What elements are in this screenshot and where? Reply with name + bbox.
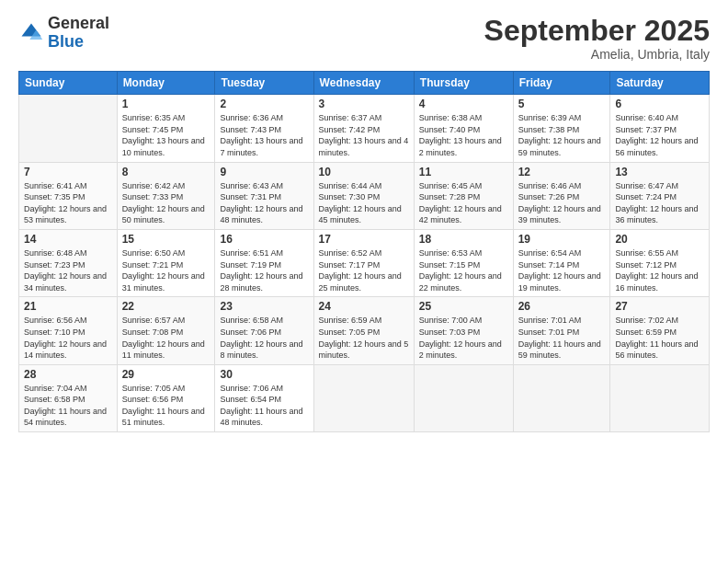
day-number: 21 bbox=[24, 300, 112, 313]
day-info: Sunrise: 7:06 AM Sunset: 6:54 PM Dayligh… bbox=[220, 383, 308, 429]
calendar-cell: 20Sunrise: 6:55 AM Sunset: 7:12 PM Dayli… bbox=[610, 229, 710, 296]
day-number: 30 bbox=[220, 368, 308, 381]
day-info: Sunrise: 6:38 AM Sunset: 7:40 PM Dayligh… bbox=[419, 112, 508, 158]
day-number: 5 bbox=[518, 98, 606, 110]
day-number: 26 bbox=[518, 300, 606, 313]
day-number: 14 bbox=[24, 233, 112, 246]
calendar-week-5: 28Sunrise: 7:04 AM Sunset: 6:58 PM Dayli… bbox=[19, 364, 710, 431]
day-info: Sunrise: 6:45 AM Sunset: 7:28 PM Dayligh… bbox=[419, 180, 508, 226]
calendar-cell: 13Sunrise: 6:47 AM Sunset: 7:24 PM Dayli… bbox=[610, 162, 710, 229]
day-number: 12 bbox=[518, 166, 606, 178]
calendar-cell: 24Sunrise: 6:59 AM Sunset: 7:05 PM Dayli… bbox=[313, 297, 414, 364]
calendar-header-row: Sunday Monday Tuesday Wednesday Thursday… bbox=[19, 72, 710, 95]
calendar-week-1: 1Sunrise: 6:35 AM Sunset: 7:45 PM Daylig… bbox=[19, 95, 710, 162]
col-thursday: Thursday bbox=[414, 72, 513, 95]
logo-text: General Blue bbox=[48, 15, 109, 52]
col-saturday: Saturday bbox=[610, 72, 710, 95]
calendar-cell: 26Sunrise: 7:01 AM Sunset: 7:01 PM Dayli… bbox=[513, 297, 610, 364]
calendar-cell: 1Sunrise: 6:35 AM Sunset: 7:45 PM Daylig… bbox=[117, 95, 215, 162]
calendar-cell: 27Sunrise: 7:02 AM Sunset: 6:59 PM Dayli… bbox=[610, 297, 710, 364]
day-info: Sunrise: 6:52 AM Sunset: 7:17 PM Dayligh… bbox=[319, 247, 409, 293]
calendar-cell: 10Sunrise: 6:44 AM Sunset: 7:30 PM Dayli… bbox=[313, 162, 414, 229]
calendar-cell bbox=[513, 364, 610, 431]
day-info: Sunrise: 6:54 AM Sunset: 7:14 PM Dayligh… bbox=[518, 247, 606, 293]
calendar-week-3: 14Sunrise: 6:48 AM Sunset: 7:23 PM Dayli… bbox=[19, 229, 710, 296]
calendar-cell: 23Sunrise: 6:58 AM Sunset: 7:06 PM Dayli… bbox=[215, 297, 313, 364]
day-info: Sunrise: 6:57 AM Sunset: 7:08 PM Dayligh… bbox=[122, 315, 210, 361]
day-number: 2 bbox=[220, 98, 308, 110]
calendar-cell: 2Sunrise: 6:36 AM Sunset: 7:43 PM Daylig… bbox=[215, 95, 313, 162]
day-info: Sunrise: 6:36 AM Sunset: 7:43 PM Dayligh… bbox=[220, 112, 308, 158]
day-number: 27 bbox=[615, 300, 704, 313]
title-area: September 2025 Amelia, Umbria, Italy bbox=[484, 15, 710, 62]
calendar-cell: 3Sunrise: 6:37 AM Sunset: 7:42 PM Daylig… bbox=[313, 95, 414, 162]
day-info: Sunrise: 7:05 AM Sunset: 6:56 PM Dayligh… bbox=[122, 383, 210, 429]
logo: General Blue bbox=[18, 15, 109, 52]
day-number: 15 bbox=[122, 233, 210, 246]
day-info: Sunrise: 6:40 AM Sunset: 7:37 PM Dayligh… bbox=[615, 112, 704, 158]
col-sunday: Sunday bbox=[19, 72, 118, 95]
location: Amelia, Umbria, Italy bbox=[484, 47, 710, 62]
calendar-cell: 8Sunrise: 6:42 AM Sunset: 7:33 PM Daylig… bbox=[117, 162, 215, 229]
day-info: Sunrise: 6:46 AM Sunset: 7:26 PM Dayligh… bbox=[518, 180, 606, 226]
calendar-cell: 14Sunrise: 6:48 AM Sunset: 7:23 PM Dayli… bbox=[19, 229, 118, 296]
day-number: 11 bbox=[419, 166, 508, 178]
day-number: 19 bbox=[518, 233, 606, 246]
day-info: Sunrise: 6:51 AM Sunset: 7:19 PM Dayligh… bbox=[220, 247, 308, 293]
day-number: 7 bbox=[24, 166, 112, 178]
calendar-cell: 7Sunrise: 6:41 AM Sunset: 7:35 PM Daylig… bbox=[19, 162, 118, 229]
day-info: Sunrise: 7:04 AM Sunset: 6:58 PM Dayligh… bbox=[24, 383, 112, 429]
calendar-cell: 22Sunrise: 6:57 AM Sunset: 7:08 PM Dayli… bbox=[117, 297, 215, 364]
day-number: 16 bbox=[220, 233, 308, 246]
day-number: 10 bbox=[319, 166, 409, 178]
day-info: Sunrise: 6:53 AM Sunset: 7:15 PM Dayligh… bbox=[419, 247, 508, 293]
day-number: 23 bbox=[220, 300, 308, 313]
day-number: 6 bbox=[615, 98, 704, 110]
col-wednesday: Wednesday bbox=[313, 72, 414, 95]
logo-icon bbox=[18, 20, 44, 46]
col-tuesday: Tuesday bbox=[215, 72, 313, 95]
day-number: 1 bbox=[122, 98, 210, 110]
header: General Blue September 2025 Amelia, Umbr… bbox=[18, 15, 710, 62]
day-info: Sunrise: 6:41 AM Sunset: 7:35 PM Dayligh… bbox=[24, 180, 112, 226]
day-info: Sunrise: 6:42 AM Sunset: 7:33 PM Dayligh… bbox=[122, 180, 210, 226]
calendar-cell bbox=[610, 364, 710, 431]
day-info: Sunrise: 6:47 AM Sunset: 7:24 PM Dayligh… bbox=[615, 180, 704, 226]
day-number: 17 bbox=[319, 233, 409, 246]
day-info: Sunrise: 6:39 AM Sunset: 7:38 PM Dayligh… bbox=[518, 112, 606, 158]
col-friday: Friday bbox=[513, 72, 610, 95]
day-info: Sunrise: 6:59 AM Sunset: 7:05 PM Dayligh… bbox=[319, 315, 409, 361]
day-info: Sunrise: 6:58 AM Sunset: 7:06 PM Dayligh… bbox=[220, 315, 308, 361]
day-info: Sunrise: 6:50 AM Sunset: 7:21 PM Dayligh… bbox=[122, 247, 210, 293]
day-info: Sunrise: 7:01 AM Sunset: 7:01 PM Dayligh… bbox=[518, 315, 606, 361]
day-info: Sunrise: 6:35 AM Sunset: 7:45 PM Dayligh… bbox=[122, 112, 210, 158]
calendar-cell: 15Sunrise: 6:50 AM Sunset: 7:21 PM Dayli… bbox=[117, 229, 215, 296]
calendar-table: Sunday Monday Tuesday Wednesday Thursday… bbox=[18, 71, 710, 432]
calendar-cell: 5Sunrise: 6:39 AM Sunset: 7:38 PM Daylig… bbox=[513, 95, 610, 162]
calendar-week-4: 21Sunrise: 6:56 AM Sunset: 7:10 PM Dayli… bbox=[19, 297, 710, 364]
col-monday: Monday bbox=[117, 72, 215, 95]
day-number: 3 bbox=[319, 98, 409, 110]
calendar-cell: 18Sunrise: 6:53 AM Sunset: 7:15 PM Dayli… bbox=[414, 229, 513, 296]
day-number: 13 bbox=[615, 166, 704, 178]
month-title: September 2025 bbox=[484, 15, 710, 47]
calendar-cell: 30Sunrise: 7:06 AM Sunset: 6:54 PM Dayli… bbox=[215, 364, 313, 431]
calendar-cell bbox=[414, 364, 513, 431]
calendar-cell: 29Sunrise: 7:05 AM Sunset: 6:56 PM Dayli… bbox=[117, 364, 215, 431]
calendar-cell: 11Sunrise: 6:45 AM Sunset: 7:28 PM Dayli… bbox=[414, 162, 513, 229]
day-info: Sunrise: 6:37 AM Sunset: 7:42 PM Dayligh… bbox=[319, 112, 409, 158]
day-info: Sunrise: 6:44 AM Sunset: 7:30 PM Dayligh… bbox=[319, 180, 409, 226]
day-number: 18 bbox=[419, 233, 508, 246]
day-number: 4 bbox=[419, 98, 508, 110]
calendar-cell: 25Sunrise: 7:00 AM Sunset: 7:03 PM Dayli… bbox=[414, 297, 513, 364]
calendar-cell: 19Sunrise: 6:54 AM Sunset: 7:14 PM Dayli… bbox=[513, 229, 610, 296]
day-number: 25 bbox=[419, 300, 508, 313]
day-number: 20 bbox=[615, 233, 704, 246]
calendar-cell bbox=[19, 95, 118, 162]
calendar-cell: 17Sunrise: 6:52 AM Sunset: 7:17 PM Dayli… bbox=[313, 229, 414, 296]
calendar-cell: 4Sunrise: 6:38 AM Sunset: 7:40 PM Daylig… bbox=[414, 95, 513, 162]
day-info: Sunrise: 7:00 AM Sunset: 7:03 PM Dayligh… bbox=[419, 315, 508, 361]
day-info: Sunrise: 7:02 AM Sunset: 6:59 PM Dayligh… bbox=[615, 315, 704, 361]
calendar-week-2: 7Sunrise: 6:41 AM Sunset: 7:35 PM Daylig… bbox=[19, 162, 710, 229]
calendar-cell: 21Sunrise: 6:56 AM Sunset: 7:10 PM Dayli… bbox=[19, 297, 118, 364]
